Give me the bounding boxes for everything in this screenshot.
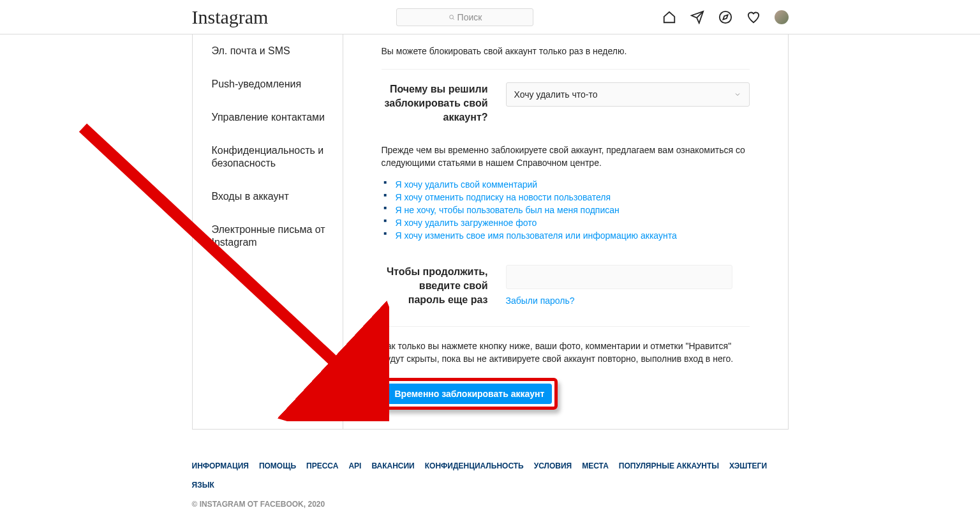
footer-link[interactable]: ИНФОРМАЦИЯ: [192, 461, 249, 470]
svg-point-0: [449, 15, 453, 19]
explore-icon[interactable]: [718, 10, 732, 24]
list-item: Я хочу отменить подписку на новости поль…: [396, 191, 750, 204]
help-links-list: Я хочу удалить свой комментарий Я хочу о…: [382, 178, 750, 242]
settings-container: Эл. почта и SMS Push-уведомления Управле…: [192, 34, 789, 430]
disable-account-button[interactable]: Временно заблокировать аккаунт: [387, 384, 553, 404]
footer-link[interactable]: ХЭШТЕГИ: [729, 461, 767, 470]
final-warning-text: Как только вы нажмете кнопку ниже, ваши …: [382, 340, 750, 365]
list-item: Я хочу изменить свое имя пользователя ил…: [396, 229, 750, 242]
search-placeholder: Поиск: [457, 12, 482, 22]
info-text-limit: Вы можете блокировать свой аккаунт тольк…: [382, 34, 750, 70]
footer-links: ИНФОРМАЦИЯ ПОМОЩЬ ПРЕССА API ВАКАНСИИ КО…: [192, 461, 789, 490]
avatar[interactable]: [775, 10, 789, 24]
footer-link[interactable]: УСЛОВИЯ: [534, 461, 572, 470]
nav-icons: [662, 10, 789, 24]
settings-sidebar: Эл. почта и SMS Push-уведомления Управле…: [193, 34, 343, 429]
top-navigation: Instagram Поиск: [0, 0, 980, 34]
instagram-logo[interactable]: Instagram: [192, 6, 269, 28]
svg-marker-4: [723, 15, 727, 19]
sidebar-item-logins[interactable]: Входы в аккаунт: [193, 180, 343, 213]
list-item: Я не хочу, чтобы пользователь был на мен…: [396, 204, 750, 216]
reason-selected-value: Хочу удалить что-то: [514, 89, 598, 100]
svg-line-1: [452, 18, 454, 19]
home-icon[interactable]: [662, 10, 676, 24]
submit-highlight-box: Временно заблокировать аккаунт: [382, 378, 558, 410]
list-item: Я хочу удалить загруженное фото: [396, 216, 750, 229]
svg-point-3: [719, 11, 731, 22]
footer-link[interactable]: ПОПУЛЯРНЫЕ АККАУНТЫ: [619, 461, 719, 470]
password-label: Чтобы продолжить, введите свой пароль ещ…: [382, 265, 506, 307]
search-input[interactable]: Поиск: [396, 8, 533, 26]
help-link-delete-photo[interactable]: Я хочу удалить загруженное фото: [396, 218, 537, 228]
footer-link[interactable]: ПОМОЩЬ: [259, 461, 296, 470]
sidebar-item-push[interactable]: Push-уведомления: [193, 68, 343, 101]
sidebar-item-emails[interactable]: Электронные письма от Instagram: [193, 213, 343, 259]
search-icon: [449, 14, 455, 20]
footer-link[interactable]: API: [348, 461, 361, 470]
main-content: Вы можете блокировать свой аккаунт тольк…: [343, 34, 788, 429]
help-link-change-username[interactable]: Я хочу изменить свое имя пользователя ил…: [396, 230, 677, 241]
footer-link[interactable]: ВАКАНСИИ: [371, 461, 414, 470]
help-link-delete-comment[interactable]: Я хочу удалить свой комментарий: [396, 179, 538, 190]
divider: [382, 326, 750, 327]
copyright: © INSTAGRAM ОТ FACEBOOK, 2020: [192, 500, 789, 509]
help-intro-text: Прежде чем вы временно заблокируете свой…: [382, 144, 750, 169]
sidebar-item-contacts[interactable]: Управление контактами: [193, 101, 343, 134]
help-link-remove-follower[interactable]: Я не хочу, чтобы пользователь был на мен…: [396, 205, 620, 215]
password-input[interactable]: [506, 265, 732, 289]
list-item: Я хочу удалить свой комментарий: [396, 178, 750, 191]
sidebar-item-privacy[interactable]: Конфиденциальность и безопасность: [193, 134, 343, 180]
footer-link[interactable]: ПРЕССА: [306, 461, 338, 470]
sidebar-item-email-sms[interactable]: Эл. почта и SMS: [193, 34, 343, 68]
footer: ИНФОРМАЦИЯ ПОМОЩЬ ПРЕССА API ВАКАНСИИ КО…: [192, 449, 789, 524]
footer-link[interactable]: ЯЗЫК: [192, 481, 214, 490]
reason-select[interactable]: Хочу удалить что-то: [506, 82, 750, 107]
reason-label: Почему вы решили заблокировать свой акка…: [382, 82, 506, 124]
footer-link[interactable]: МЕСТА: [582, 461, 609, 470]
forgot-password-link[interactable]: Забыли пароль?: [506, 296, 575, 306]
footer-link[interactable]: КОНФИДЕНЦИАЛЬНОСТЬ: [425, 461, 524, 470]
direct-icon[interactable]: [690, 10, 704, 24]
chevron-down-icon: [734, 91, 741, 98]
help-link-unfollow[interactable]: Я хочу отменить подписку на новости поль…: [396, 192, 611, 202]
activity-icon[interactable]: [746, 10, 761, 24]
